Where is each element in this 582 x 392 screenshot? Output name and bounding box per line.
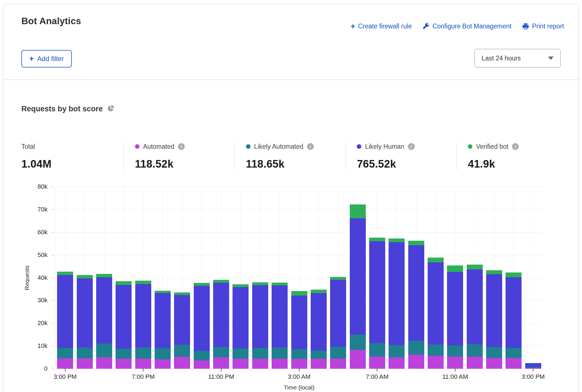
bar-segment-automated[interactable] [96,357,112,369]
bar-segment-automated[interactable] [369,357,385,369]
bar-segment-automated[interactable] [194,361,210,369]
bar-segment-likely-automated[interactable] [116,349,132,359]
bar-segment-likely-human[interactable] [155,293,171,348]
info-icon[interactable]: i [408,143,415,150]
bar-segment-automated[interactable] [135,359,151,369]
bar-segment-likely-automated[interactable] [408,341,424,355]
bar-segment-verified-bot[interactable] [135,281,151,284]
bar-segment-automated[interactable] [213,357,229,369]
print-report-link[interactable]: Print report [522,22,564,30]
bar-segment-likely-human[interactable] [96,277,112,344]
create-firewall-rule-link[interactable]: + Create firewall rule [351,22,412,30]
bar-segment-automated[interactable] [330,359,346,369]
bar-segment-likely-human[interactable] [291,296,307,349]
info-icon[interactable]: i [178,143,185,150]
bar-segment-verified-bot[interactable] [369,238,385,241]
bar-segment-automated[interactable] [486,358,502,369]
bar-segment-automated[interactable] [467,357,483,369]
bar-segment-automated[interactable] [174,357,190,369]
bar-segment-likely-human[interactable] [467,269,483,344]
bar-segment-automated[interactable] [291,359,307,369]
bar-segment-likely-human[interactable] [194,286,210,351]
bar-segment-verified-bot[interactable] [213,280,229,283]
bar-segment-verified-bot[interactable] [311,290,327,293]
bar-segment-likely-automated[interactable] [525,367,541,368]
bar-segment-likely-automated[interactable] [447,346,463,357]
bar-segment-likely-human[interactable] [389,242,405,345]
bar-segment-automated[interactable] [506,358,522,369]
bar-segment-likely-automated[interactable] [330,347,346,359]
bar-segment-likely-automated[interactable] [213,347,229,357]
bar-segment-likely-human[interactable] [369,241,385,343]
bar-segment-verified-bot[interactable] [506,272,522,277]
bar-segment-likely-human[interactable] [350,218,366,335]
bar-segment-likely-automated[interactable] [57,348,73,358]
bar-segment-likely-human[interactable] [311,293,327,351]
bar-segment-automated[interactable] [311,359,327,369]
bar-segment-likely-automated[interactable] [194,351,210,361]
bar-segment-verified-bot[interactable] [330,277,346,280]
bar-segment-likely-automated[interactable] [350,335,366,350]
bar-segment-verified-bot[interactable] [272,283,288,285]
bar-segment-verified-bot[interactable] [155,291,171,293]
time-range-dropdown[interactable]: Last 24 hours [475,49,561,67]
bar-segment-likely-automated[interactable] [467,344,483,357]
bar-segment-likely-automated[interactable] [291,349,307,359]
configure-bot-management-link[interactable]: Configure Bot Management [423,22,511,30]
bar-segment-verified-bot[interactable] [525,363,541,364]
info-icon[interactable]: i [512,143,519,150]
bar-segment-automated[interactable] [252,359,268,369]
bar-segment-automated[interactable] [350,350,366,369]
bar-segment-verified-bot[interactable] [428,258,444,262]
bar-segment-likely-human[interactable] [525,363,541,367]
bar-segment-verified-bot[interactable] [467,265,483,269]
bar-segment-verified-bot[interactable] [350,204,366,218]
bar-segment-verified-bot[interactable] [486,270,502,274]
bar-segment-verified-bot[interactable] [447,265,463,272]
bar-segment-automated[interactable] [77,358,93,369]
bar-segment-likely-human[interactable] [213,283,229,347]
bar-segment-likely-human[interactable] [506,277,522,348]
bar-segment-likely-human[interactable] [135,284,151,348]
bar-segment-likely-automated[interactable] [311,351,327,359]
bar-segment-automated[interactable] [389,357,405,369]
bar-segment-likely-human[interactable] [447,272,463,346]
bar-segment-verified-bot[interactable] [389,238,405,242]
bar-segment-verified-bot[interactable] [194,283,210,286]
add-filter-button[interactable]: + Add filter [21,50,72,67]
bar-segment-verified-bot[interactable] [174,292,190,295]
bar-segment-likely-human[interactable] [330,280,346,347]
bar-segment-verified-bot[interactable] [116,281,132,285]
bar-segment-likely-human[interactable] [408,245,424,341]
bar-segment-likely-human[interactable] [486,274,502,347]
bar-segment-automated[interactable] [428,356,444,369]
bar-segment-likely-automated[interactable] [233,348,249,359]
bar-segment-automated[interactable] [116,359,132,369]
bar-segment-automated[interactable] [447,357,463,369]
bar-segment-likely-human[interactable] [428,262,444,344]
bar-segment-likely-human[interactable] [272,285,288,348]
bar-segment-likely-automated[interactable] [369,343,385,357]
bar-segment-automated[interactable] [272,359,288,369]
bar-segment-verified-bot[interactable] [252,282,268,285]
bar-segment-likely-human[interactable] [252,285,268,348]
bar-segment-likely-automated[interactable] [77,348,93,358]
bar-segment-likely-human[interactable] [77,278,93,348]
bar-segment-likely-automated[interactable] [155,348,171,359]
info-icon[interactable]: i [307,143,314,150]
bar-segment-likely-automated[interactable] [389,345,405,357]
bar-segment-likely-automated[interactable] [486,347,502,358]
bar-segment-verified-bot[interactable] [408,241,424,245]
bar-segment-likely-automated[interactable] [272,348,288,359]
bar-segment-automated[interactable] [233,359,249,369]
bar-segment-verified-bot[interactable] [291,291,307,296]
bar-segment-likely-automated[interactable] [252,348,268,359]
bar-segment-likely-human[interactable] [57,275,73,348]
bar-segment-likely-automated[interactable] [96,344,112,357]
bar-segment-likely-human[interactable] [233,287,249,348]
bar-segment-automated[interactable] [408,355,424,369]
bar-segment-likely-automated[interactable] [428,344,444,356]
bar-segment-likely-automated[interactable] [174,345,190,357]
bar-segment-automated[interactable] [155,359,171,369]
bar-segment-verified-bot[interactable] [233,284,249,287]
